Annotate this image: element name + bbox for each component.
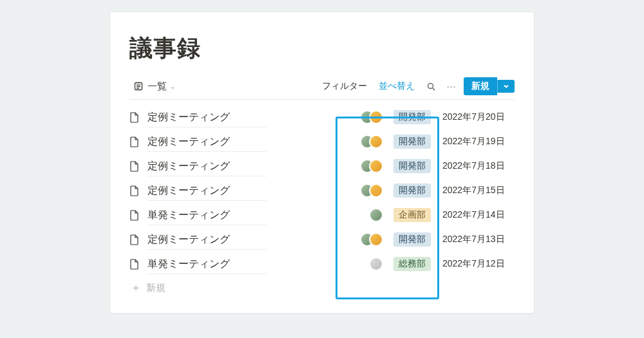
avatar [369, 110, 383, 124]
new-button-group: 新規 [464, 77, 515, 95]
people-cell[interactable] [346, 110, 383, 124]
add-row-label: 新規 [146, 282, 166, 294]
page-icon [129, 234, 141, 245]
row-title[interactable]: 定例ミーティング [147, 107, 267, 127]
database-card: 議事録 一覧 ⌄ フィルター 並べ替え ··· 新規 [109, 12, 535, 314]
filter-button[interactable]: フィルター [318, 78, 371, 95]
list-icon [133, 81, 144, 91]
more-button[interactable]: ··· [443, 78, 460, 95]
date-cell[interactable]: 2022年7月18日 [442, 160, 515, 172]
people-cell[interactable] [346, 135, 383, 149]
date-cell[interactable]: 2022年7月12日 [442, 258, 515, 270]
people-cell[interactable] [346, 257, 383, 271]
date-cell[interactable]: 2022年7月13日 [442, 234, 515, 245]
page-icon [129, 111, 141, 123]
table-row: 定例ミーティング開発部2022年7月19日 [129, 129, 515, 154]
row-title[interactable]: 単発ミーティング [147, 254, 267, 274]
row-title[interactable]: 定例ミーティング [147, 229, 267, 250]
department-tag[interactable]: 開発部 [393, 135, 431, 149]
table-row: 定例ミーティング開発部2022年7月15日 [129, 178, 515, 203]
view-label: 一覧 [147, 80, 167, 93]
add-row-button[interactable]: ＋ 新規 [129, 276, 515, 295]
page-icon [129, 185, 141, 196]
row-title[interactable]: 定例ミーティング [147, 156, 267, 176]
department-tag[interactable]: 開発部 [393, 183, 431, 198]
table-row: 単発ミーティング総務部2022年7月12日 [129, 252, 515, 276]
page-title: 議事録 [129, 33, 515, 64]
people-cell[interactable] [346, 183, 383, 198]
table-row: 定例ミーティング開発部2022年7月18日 [129, 154, 515, 178]
table-row: 定例ミーティング開発部2022年7月13日 [129, 227, 515, 252]
chevron-down-icon: ⌄ [169, 82, 176, 91]
avatar [369, 208, 383, 222]
avatar [369, 183, 383, 198]
row-title[interactable]: 定例ミーティング [147, 180, 267, 201]
department-tag[interactable]: 総務部 [393, 257, 431, 271]
date-cell[interactable]: 2022年7月15日 [442, 185, 515, 196]
new-button[interactable]: 新規 [464, 77, 497, 95]
new-dropdown-button[interactable] [497, 80, 515, 93]
page-icon [129, 136, 141, 147]
page-icon [129, 160, 141, 172]
date-cell[interactable]: 2022年7月19日 [442, 136, 515, 147]
sort-button[interactable]: 並べ替え [375, 78, 419, 95]
avatar [369, 257, 383, 271]
department-tag[interactable]: 開発部 [393, 110, 431, 124]
plus-icon: ＋ [131, 281, 141, 295]
row-title[interactable]: 定例ミーティング [147, 131, 267, 152]
date-cell[interactable]: 2022年7月14日 [442, 209, 515, 221]
table-row: 定例ミーティング開発部2022年7月20日 [129, 105, 515, 129]
date-cell[interactable]: 2022年7月20日 [442, 111, 515, 123]
avatar [369, 232, 383, 247]
avatar [369, 135, 383, 149]
people-cell[interactable] [346, 159, 383, 173]
chevron-down-icon [503, 83, 509, 89]
page-icon [129, 209, 141, 221]
more-icon: ··· [447, 81, 457, 91]
view-list-tab[interactable]: 一覧 ⌄ [129, 78, 180, 95]
page-icon [129, 258, 141, 270]
search-icon [426, 82, 436, 91]
svg-line-5 [432, 88, 434, 89]
svg-point-4 [428, 83, 433, 88]
search-button[interactable] [422, 78, 439, 95]
people-cell[interactable] [346, 232, 383, 247]
department-tag[interactable]: 開発部 [393, 232, 431, 247]
department-tag[interactable]: 開発部 [393, 159, 431, 173]
table-body: 定例ミーティング開発部2022年7月20日定例ミーティング開発部2022年7月1… [129, 105, 515, 276]
people-cell[interactable] [346, 208, 383, 222]
table-row: 単発ミーティング企画部2022年7月14日 [129, 203, 515, 227]
toolbar: 一覧 ⌄ フィルター 並べ替え ··· 新規 [129, 77, 515, 100]
avatar [369, 159, 383, 173]
department-tag[interactable]: 企画部 [393, 208, 431, 222]
row-title[interactable]: 単発ミーティング [147, 205, 267, 225]
